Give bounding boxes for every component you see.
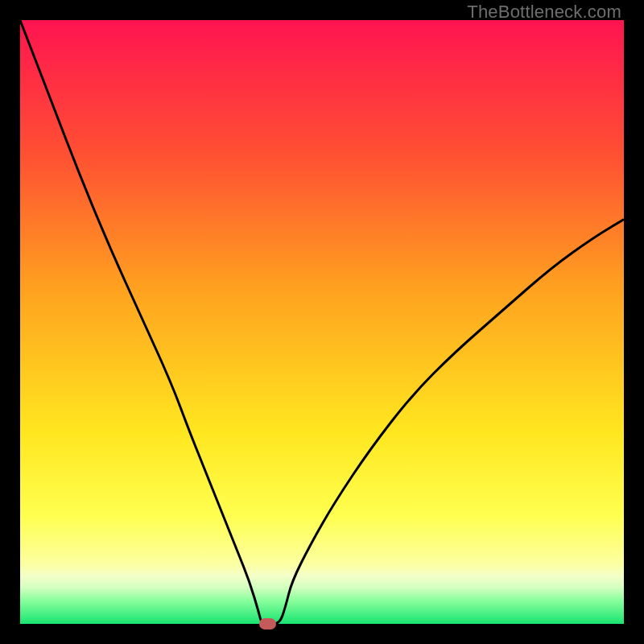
chart-frame (20, 20, 624, 624)
curve-path (20, 20, 624, 624)
bottleneck-curve (20, 20, 624, 624)
watermark-text: TheBottleneck.com (467, 2, 621, 23)
minimum-marker (259, 618, 276, 630)
